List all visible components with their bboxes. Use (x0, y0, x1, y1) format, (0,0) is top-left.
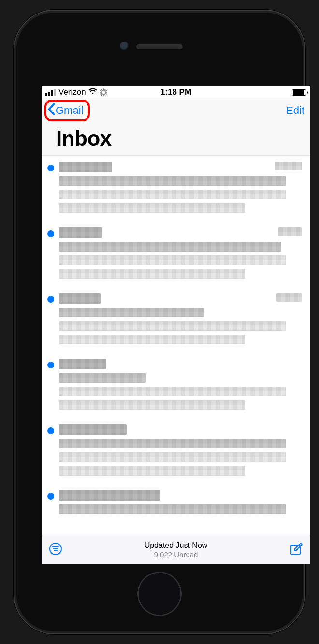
mute-switch[interactable] (10, 97, 14, 119)
sync-status-label: Updated Just Now (145, 541, 208, 550)
subject-redacted (59, 373, 146, 383)
cell-signal-icon (45, 89, 56, 96)
status-bar: Verizon 1:18 PM (42, 86, 310, 98)
sender-redacted (59, 359, 106, 369)
page-title: Inbox (42, 123, 310, 156)
compose-button[interactable] (289, 542, 304, 558)
preview-redacted (59, 203, 245, 213)
message-body (59, 293, 302, 353)
preview-redacted (59, 466, 245, 476)
unread-count-label: 9,022 Unread (145, 550, 208, 559)
subject-redacted (59, 504, 286, 514)
subject-redacted (59, 176, 286, 186)
subject-redacted (59, 308, 204, 317)
message-body (59, 162, 302, 222)
back-button-label: Gmail (56, 104, 83, 117)
message-row[interactable] (42, 287, 310, 353)
unread-dot-icon (47, 230, 54, 237)
time-redacted (278, 227, 302, 236)
toolbar-status: Updated Just Now 9,022 Unread (145, 541, 208, 559)
toolbar: Updated Just Now 9,022 Unread (42, 535, 310, 564)
preview-redacted (59, 190, 286, 199)
screen: Verizon 1:18 PM (42, 86, 310, 564)
subject-redacted (59, 242, 281, 252)
message-row[interactable] (42, 156, 310, 222)
subject-redacted (59, 439, 286, 448)
home-button[interactable] (137, 572, 182, 616)
unread-dot-icon (47, 165, 54, 171)
status-bar-right (292, 89, 306, 96)
front-camera (120, 42, 130, 51)
sender-redacted (59, 162, 112, 172)
unread-dot-icon (47, 493, 54, 500)
message-body (59, 424, 302, 484)
phone-frame: Verizon 1:18 PM (14, 10, 305, 634)
svg-rect-1 (291, 545, 300, 554)
preview-redacted (59, 335, 245, 344)
preview-redacted (59, 452, 286, 462)
status-bar-left: Verizon (45, 87, 107, 97)
status-bar-time: 1:18 PM (160, 87, 191, 97)
preview-redacted (59, 387, 286, 396)
wifi-icon (88, 87, 97, 97)
carrier-label: Verizon (58, 87, 86, 97)
message-row[interactable] (42, 353, 310, 419)
sender-redacted (59, 227, 102, 238)
time-redacted (275, 162, 302, 170)
phone-bezel: Verizon 1:18 PM (16, 13, 303, 631)
back-button[interactable]: Gmail (44, 100, 90, 121)
sender-redacted (59, 490, 160, 501)
edit-button[interactable]: Edit (286, 104, 304, 117)
message-row[interactable] (42, 222, 310, 287)
earpiece (136, 44, 183, 49)
chevron-left-icon (47, 103, 55, 118)
preview-redacted (59, 269, 245, 279)
unread-dot-icon (47, 296, 54, 303)
preview-redacted (59, 255, 286, 265)
volume-down-button[interactable] (9, 187, 14, 228)
sender-redacted (59, 424, 127, 435)
battery-icon (292, 89, 306, 96)
nav-bar: Gmail Edit (42, 98, 310, 123)
time-redacted (276, 293, 302, 302)
message-row[interactable] (42, 419, 310, 484)
unread-dot-icon (47, 362, 54, 368)
message-body (59, 359, 302, 419)
preview-redacted (59, 321, 286, 331)
filter-button[interactable] (48, 542, 63, 558)
sender-redacted (59, 293, 101, 304)
message-body (59, 227, 302, 287)
message-list[interactable] (42, 156, 310, 550)
volume-up-button[interactable] (9, 136, 14, 177)
loading-spinner-icon (100, 88, 107, 96)
preview-redacted (59, 400, 245, 410)
unread-dot-icon (47, 427, 54, 434)
